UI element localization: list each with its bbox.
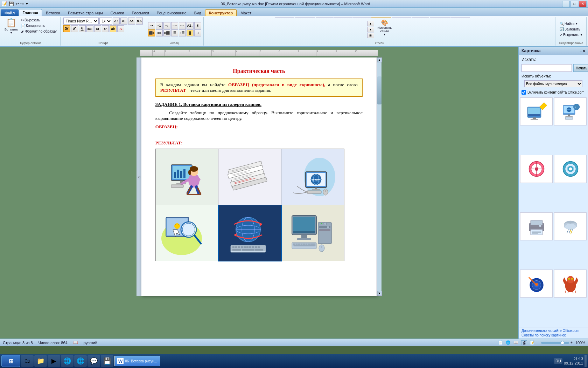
highlight-button[interactable]: ab bbox=[110, 25, 117, 32]
vertical-scrollbar[interactable]: ▲ ▼ bbox=[377, 57, 382, 296]
tab-constructor[interactable]: Конструктор bbox=[205, 9, 237, 16]
taskbar-icon-skype[interactable]: 💬 bbox=[88, 355, 100, 367]
quick-access-redo[interactable]: ↪ bbox=[20, 1, 24, 6]
view-read-icon[interactable]: 📖 bbox=[513, 340, 518, 345]
styles-down[interactable]: ▼ bbox=[367, 27, 374, 32]
clipart-item-7[interactable] bbox=[520, 270, 553, 298]
panel-close-icon[interactable]: ✕ bbox=[582, 49, 585, 53]
clipart-item-6[interactable] bbox=[554, 212, 587, 240]
clipart-item-5[interactable] bbox=[520, 212, 553, 240]
numbering-button[interactable]: ≡1 bbox=[156, 22, 163, 29]
tab-references[interactable]: Ссылки bbox=[107, 9, 128, 16]
justify-button[interactable]: ☰ bbox=[171, 29, 178, 36]
search-button[interactable]: Начать bbox=[573, 64, 588, 72]
bullets-button[interactable]: ≡• bbox=[148, 22, 155, 29]
scroll-track[interactable] bbox=[377, 62, 382, 291]
include-office-checkbox[interactable] bbox=[522, 90, 526, 95]
change-styles-button[interactable]: 🎨 Изменитьстили ▼ bbox=[376, 18, 394, 41]
underline-button[interactable]: Ч bbox=[79, 25, 86, 32]
indent-decrease-button[interactable]: ←≡ bbox=[171, 22, 178, 29]
font-case-button[interactable]: Aа bbox=[128, 18, 135, 25]
find-button[interactable]: 🔍Найти▼ bbox=[558, 21, 584, 26]
style-subtitle[interactable]: АаБбВвПодзагол... bbox=[392, 18, 411, 18]
tab-mailings[interactable]: Рассылки bbox=[128, 9, 153, 16]
zoom-out-button[interactable]: – bbox=[538, 341, 540, 345]
line-spacing-button[interactable]: ↕☰ bbox=[179, 29, 186, 36]
taskbar-icon-explorer[interactable]: 🗂 bbox=[21, 355, 34, 367]
align-left-button[interactable]: ⬛≡ bbox=[148, 29, 155, 36]
style-no-spacing[interactable]: АаБбВв| Без инте... bbox=[430, 18, 450, 18]
scroll-up-arrow[interactable]: ▲ bbox=[377, 57, 382, 62]
search-input[interactable] bbox=[522, 64, 572, 72]
office-link[interactable]: Дополнительно на сайте Office.com bbox=[522, 329, 585, 333]
tab-insert[interactable]: Вставка bbox=[42, 9, 64, 16]
quick-access-more[interactable]: ▼ bbox=[25, 2, 29, 6]
quick-access-undo[interactable]: ↩ bbox=[15, 1, 19, 6]
zoom-in-button[interactable]: + bbox=[570, 341, 573, 345]
multilevel-button[interactable]: ≡↕ bbox=[163, 22, 170, 29]
indent-increase-button[interactable]: ≡→ bbox=[179, 22, 186, 29]
border-button[interactable]: □ bbox=[194, 29, 201, 36]
sort-button[interactable]: AZ↓ bbox=[187, 22, 194, 29]
tab-review[interactable]: Рецензирование bbox=[153, 9, 190, 16]
zoom-slider[interactable] bbox=[541, 342, 569, 344]
align-right-button[interactable]: ≡⬛ bbox=[163, 29, 170, 36]
replace-button[interactable]: 🔄Заменить bbox=[558, 27, 584, 32]
font-color-button[interactable]: A bbox=[117, 25, 124, 32]
scroll-thumb[interactable] bbox=[377, 76, 382, 104]
tab-home[interactable]: Главная bbox=[19, 9, 42, 16]
quick-access-save[interactable]: 💾 bbox=[9, 1, 14, 6]
copy-button[interactable]: 📄Копировать bbox=[20, 23, 58, 28]
font-clear-button[interactable]: ✕A bbox=[136, 18, 143, 25]
align-center-button[interactable]: ≡≡ bbox=[156, 29, 163, 36]
taskbar-icon-folder[interactable]: 📁 bbox=[34, 355, 47, 367]
select-button[interactable]: ↗Выделить▼ bbox=[558, 32, 584, 38]
view-print-icon[interactable]: 🖨 bbox=[521, 340, 527, 345]
style-subtle-em[interactable]: АаБбВвСлабое в... bbox=[450, 18, 470, 18]
font-shrink-button[interactable]: A↓ bbox=[120, 18, 127, 25]
taskbar-icon-opera[interactable]: 🌐 bbox=[74, 355, 87, 367]
taskbar-icon-media[interactable]: ▶ bbox=[48, 355, 60, 367]
paste-button[interactable]: 📋 Вставить ▼ bbox=[4, 18, 19, 40]
style-highlight[interactable]: АаБбВвГВыделение bbox=[275, 18, 294, 18]
view-draft-icon[interactable]: 📝 bbox=[530, 340, 535, 345]
show-desktop-button[interactable] bbox=[584, 355, 587, 367]
font-name-select[interactable]: Times New R... bbox=[63, 18, 99, 25]
shading-button[interactable]: ▓ bbox=[187, 29, 194, 36]
italic-button[interactable]: К bbox=[71, 25, 78, 32]
document[interactable]: Практическая часть В каждом задании вы н… bbox=[141, 57, 377, 296]
tab-file[interactable]: Файл bbox=[1, 9, 19, 16]
clipart-item-8[interactable] bbox=[554, 270, 587, 298]
minimize-button[interactable]: – bbox=[562, 1, 570, 7]
objects-type-select[interactable]: Все файлы мультимедиа bbox=[524, 80, 582, 87]
show-marks-button[interactable]: ¶ bbox=[194, 22, 201, 29]
strikethrough-button[interactable]: зач bbox=[86, 25, 93, 32]
clipart-item-1[interactable] bbox=[520, 97, 553, 125]
clipart-item-2[interactable]: i bbox=[554, 97, 587, 125]
tab-layout[interactable]: Разметка страницы bbox=[64, 9, 107, 16]
taskbar-icon-ie[interactable]: 🌐 bbox=[61, 355, 74, 367]
start-button[interactable]: ⊞ bbox=[1, 355, 20, 367]
superscript-button[interactable]: x² bbox=[102, 25, 109, 32]
tab-layout2[interactable]: Макет bbox=[237, 9, 255, 16]
subscript-button[interactable]: x₂ bbox=[94, 25, 101, 32]
style-heading1[interactable]: АаБб11 Заголов... bbox=[295, 18, 315, 18]
styles-more[interactable]: ⊡ bbox=[367, 33, 374, 38]
view-web-icon[interactable]: 🌐 bbox=[506, 340, 511, 345]
tips-link[interactable]: Советы по поиску картинок bbox=[522, 333, 585, 337]
close-button[interactable]: ✕ bbox=[579, 1, 587, 7]
font-grow-button[interactable]: A↑ bbox=[113, 18, 120, 25]
taskbar-word-app[interactable]: W 06_Вставка рисун... bbox=[114, 356, 160, 366]
bold-button[interactable]: Ж bbox=[63, 25, 70, 32]
styles-up[interactable]: ▲ bbox=[367, 21, 374, 26]
view-normal-icon[interactable]: 📄 bbox=[498, 340, 503, 345]
maximize-button[interactable]: □ bbox=[570, 1, 578, 7]
clipart-item-3[interactable] bbox=[520, 155, 553, 183]
style-heading3[interactable]: АаБбВвЗаголов... bbox=[334, 18, 352, 18]
cut-button[interactable]: ✂Вырезать bbox=[20, 18, 58, 23]
scroll-down-arrow[interactable]: ▼ bbox=[377, 291, 382, 296]
font-size-select[interactable]: 14 bbox=[99, 18, 112, 25]
style-heading2[interactable]: АаБбВвЗаголов... bbox=[316, 18, 333, 18]
format-painter-button[interactable]: 🖌Формат по образцу bbox=[20, 29, 58, 34]
clipart-item-4[interactable] bbox=[554, 155, 587, 183]
